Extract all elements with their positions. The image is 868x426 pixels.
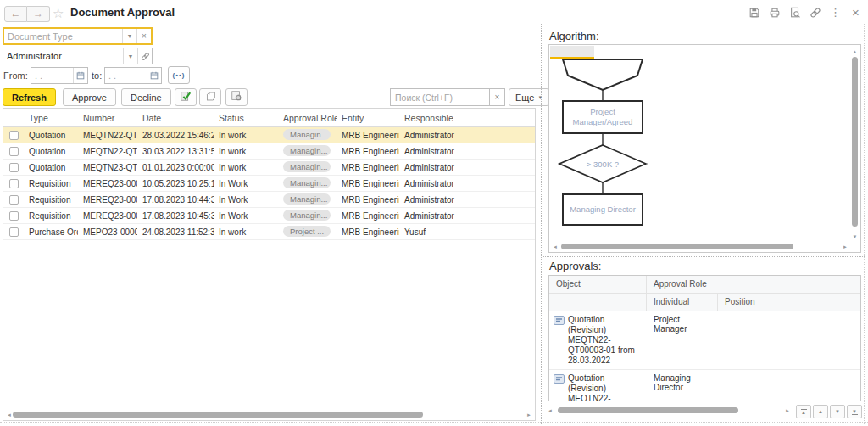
to-label: to:: [92, 70, 102, 81]
approvals-row[interactable]: Quotation (Revision) MEQTN22-QT00003-01 …: [549, 311, 860, 370]
scroll-right-icon[interactable]: ►: [526, 412, 532, 418]
approval-individual: Project Manager: [647, 311, 718, 369]
panel-splitter-vertical[interactable]: [541, 24, 542, 424]
document-type-dropdown-icon[interactable]: ▼: [122, 29, 136, 43]
post-document-button[interactable]: [175, 88, 197, 106]
cell-date: 17.08.2023 10:44:32: [137, 195, 214, 205]
approvals-row[interactable]: Quotation (Revision) MEQTN22-QT00003-01 …: [549, 370, 860, 401]
copy-button[interactable]: [199, 88, 221, 106]
print-icon[interactable]: [768, 6, 781, 19]
scroll-left-icon[interactable]: ◄: [552, 244, 559, 249]
table-row[interactable]: QuotationMEQTN22-QT0...28.03.2022 15:46:…: [3, 127, 535, 143]
scroll-thumb[interactable]: [13, 412, 423, 418]
scroll-thumb[interactable]: [852, 57, 858, 227]
document-type-field: ▼ ×: [3, 27, 153, 45]
row-checkbox[interactable]: [9, 179, 19, 188]
scroll-right-icon[interactable]: ►: [784, 408, 791, 413]
table-row[interactable]: Purchase OrderMEPO23-0000424.08.2023 11:…: [3, 224, 535, 240]
cell-type: Requisition: [24, 195, 78, 205]
history-nav: ← →: [4, 6, 50, 22]
scroll-thumb[interactable]: [561, 244, 793, 249]
panel-splitter-bottom[interactable]: [0, 422, 868, 423]
header-position[interactable]: Position: [718, 294, 860, 311]
header-date[interactable]: Date: [137, 113, 214, 123]
report-settings-button[interactable]: [225, 88, 248, 106]
search-input[interactable]: [390, 88, 490, 106]
cell-entity: MRB Engineering ...: [337, 227, 399, 237]
documents-h-scrollbar[interactable]: ◄ ►: [6, 411, 532, 418]
scroll-right-icon[interactable]: ►: [842, 244, 849, 249]
search-clear-icon[interactable]: ×: [490, 88, 505, 106]
header-approval-roles[interactable]: Approval Roles: [278, 113, 337, 123]
date-to-calendar-icon[interactable]: [147, 68, 161, 83]
row-checkbox[interactable]: [9, 211, 19, 221]
go-last-button[interactable]: ▼: [847, 405, 862, 418]
cell-status: In Work: [214, 195, 278, 205]
more-button[interactable]: Еще ▼: [509, 88, 549, 106]
scroll-left-icon[interactable]: ◄: [6, 412, 13, 418]
header-responsible[interactable]: Responsible: [399, 113, 535, 123]
document-type-clear-icon[interactable]: ×: [136, 29, 151, 43]
more-menu-icon[interactable]: ⋮: [829, 6, 842, 19]
user-dropdown-icon[interactable]: ▼: [123, 48, 137, 64]
preview-icon[interactable]: [788, 6, 801, 19]
link-icon[interactable]: [809, 6, 821, 19]
header-individual[interactable]: Individual: [647, 294, 718, 311]
header-type[interactable]: Type: [24, 113, 78, 123]
header-status[interactable]: Status: [214, 113, 278, 123]
forward-button[interactable]: →: [27, 6, 50, 22]
favorite-star-icon[interactable]: ☆: [53, 6, 64, 21]
close-icon[interactable]: ×: [849, 6, 862, 19]
scroll-up-icon[interactable]: ▲: [853, 48, 858, 55]
header-number[interactable]: Number: [78, 113, 137, 123]
header-entity[interactable]: Entity: [337, 113, 399, 123]
header-object[interactable]: Object: [549, 276, 647, 293]
approvals-h-scrollbar[interactable]: ◄ ►: [547, 406, 791, 414]
decline-button[interactable]: Decline: [121, 88, 171, 106]
table-row[interactable]: RequisitionMEREQ23-000...17.08.2023 10:4…: [3, 208, 535, 224]
row-checkbox[interactable]: [9, 163, 19, 172]
cell-status: In work: [214, 131, 278, 140]
up-icon: ▲: [818, 409, 823, 414]
document-icon: [554, 374, 565, 401]
go-up-button[interactable]: ▲: [813, 405, 828, 418]
period-select-button[interactable]: (••): [168, 66, 190, 84]
panel-splitter-right[interactable]: [864, 24, 865, 424]
row-checkbox[interactable]: [9, 195, 19, 205]
cell-entity: MRB Engineering ...: [337, 211, 399, 221]
scroll-left-icon[interactable]: ◄: [547, 408, 554, 413]
cell-number: MEQTN23-QT0...: [78, 163, 137, 172]
approval-position: [718, 311, 860, 369]
user-input[interactable]: [3, 48, 123, 64]
row-checkbox-cell: [3, 179, 24, 188]
panel-splitter-horizontal[interactable]: [543, 256, 865, 257]
row-checkbox[interactable]: [9, 131, 19, 140]
cell-responsible: Administrator: [399, 131, 535, 140]
algorithm-v-scrollbar[interactable]: ▲ ▼: [851, 48, 859, 240]
table-row[interactable]: RequisitionMEREQ23-000...10.05.2023 10:2…: [3, 176, 535, 192]
date-to-input[interactable]: [105, 68, 147, 83]
date-from-input[interactable]: [31, 68, 73, 83]
table-row[interactable]: RequisitionMEREQ23-000...17.08.2023 10:4…: [3, 192, 535, 208]
scroll-thumb[interactable]: [558, 407, 737, 413]
save-icon[interactable]: [748, 6, 760, 19]
row-checkbox[interactable]: [9, 147, 19, 156]
scroll-down-icon[interactable]: ▼: [853, 233, 858, 240]
go-down-button[interactable]: ▼: [830, 405, 845, 418]
cell-responsible: Administrator: [399, 211, 535, 221]
user-open-link-icon[interactable]: [137, 48, 152, 64]
go-first-button[interactable]: ▲: [796, 405, 811, 418]
algorithm-h-scrollbar[interactable]: ◄ ►: [552, 243, 849, 250]
cube-copy-icon: [205, 90, 216, 105]
date-from-calendar-icon[interactable]: [73, 68, 87, 83]
row-checkbox[interactable]: [9, 227, 19, 237]
more-button-label: Еще: [515, 92, 534, 103]
cell-type: Quotation: [24, 147, 78, 156]
header-approval-role[interactable]: Approval Role: [647, 276, 860, 293]
approve-button[interactable]: Approve: [63, 88, 116, 106]
refresh-button[interactable]: Refresh: [3, 88, 56, 106]
back-button[interactable]: ←: [4, 6, 27, 22]
document-type-input[interactable]: [4, 29, 122, 43]
table-row[interactable]: QuotationMEQTN23-QT0...01.01.2023 0:00:0…: [3, 160, 535, 176]
table-row[interactable]: QuotationMEQTN22-QT0...30.03.2022 13:31:…: [3, 143, 535, 160]
